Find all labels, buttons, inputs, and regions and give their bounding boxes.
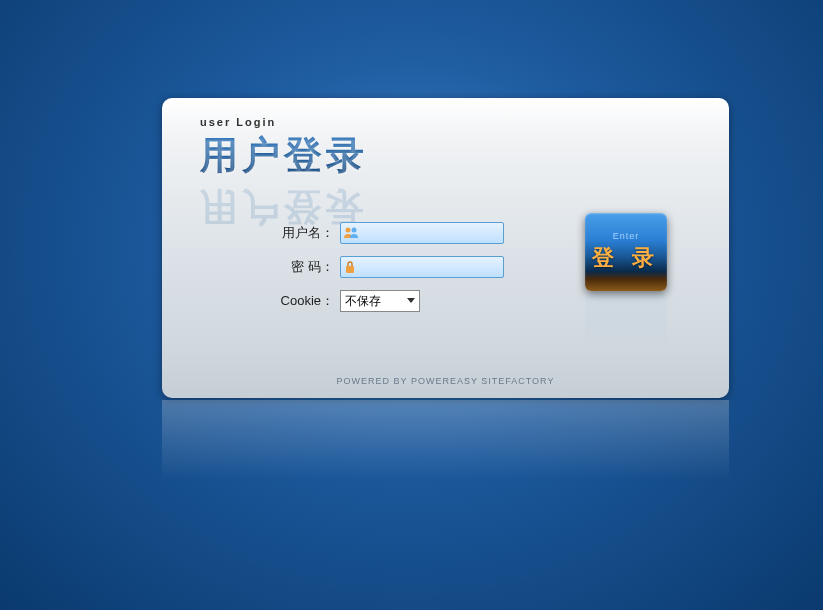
login-button-reflection bbox=[585, 293, 667, 371]
user-icon bbox=[343, 224, 359, 242]
title-wrap: 用户登录 用户登录 bbox=[200, 130, 368, 181]
password-input-wrap[interactable] bbox=[340, 256, 504, 278]
username-input-wrap[interactable] bbox=[340, 222, 504, 244]
login-button-subtitle: Enter bbox=[613, 231, 640, 241]
password-label: 密 码： bbox=[274, 258, 334, 276]
cookie-row: Cookie： 不保存 bbox=[274, 290, 504, 312]
password-input[interactable] bbox=[357, 257, 515, 277]
card-header: user Login 用户登录 用户登录 bbox=[162, 98, 729, 181]
username-label: 用户名： bbox=[274, 224, 334, 242]
login-card: user Login 用户登录 用户登录 用户名： 密 bbox=[162, 98, 729, 398]
footer-text: POWERED BY POWEREASY SITEFACTORY bbox=[162, 376, 729, 386]
svg-point-0 bbox=[346, 228, 351, 233]
username-row: 用户名： bbox=[274, 222, 504, 244]
cookie-selected-text: 不保存 bbox=[341, 293, 403, 310]
chevron-down-icon bbox=[403, 291, 419, 311]
subtitle-text: user Login bbox=[200, 116, 729, 128]
password-row: 密 码： bbox=[274, 256, 504, 278]
svg-rect-2 bbox=[346, 266, 354, 273]
login-button-text: 登 录 bbox=[592, 243, 660, 273]
card-reflection bbox=[162, 400, 729, 500]
lock-icon bbox=[343, 258, 357, 276]
cookie-select[interactable]: 不保存 bbox=[340, 290, 420, 312]
login-form: 用户名： 密 码： bbox=[274, 222, 504, 324]
cookie-label: Cookie： bbox=[274, 292, 334, 310]
login-button[interactable]: Enter 登 录 bbox=[585, 213, 667, 291]
title-text: 用户登录 bbox=[200, 130, 368, 181]
svg-point-1 bbox=[352, 228, 357, 233]
username-input[interactable] bbox=[359, 223, 517, 243]
